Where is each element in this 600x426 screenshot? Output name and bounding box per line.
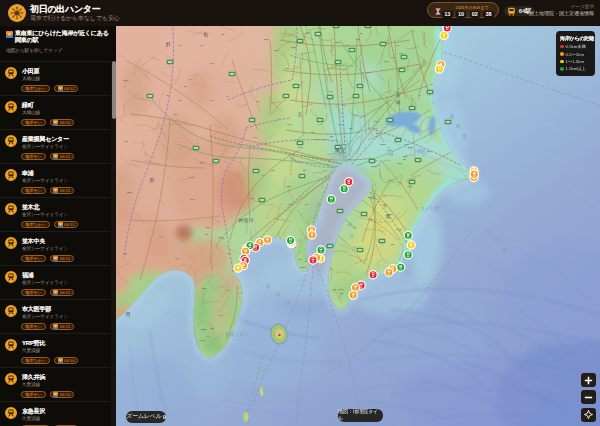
svg-text:茨: 茨 [396,91,401,97]
svg-text:岡: 岡 [126,311,131,317]
svg-text:玉: 玉 [298,111,303,117]
svg-text:相: 相 [266,284,271,289]
svg-text:京: 京 [350,234,355,239]
svg-text:湾: 湾 [286,300,291,305]
svg-text:洋: 洋 [502,248,507,253]
svg-text:太: 太 [486,228,491,233]
svg-text:島: 島 [456,124,461,129]
svg-text:梨: 梨 [150,177,155,183]
svg-text:相模トラフ: 相模トラフ [225,332,249,337]
svg-text:湾: 湾 [352,246,357,251]
svg-text:葉: 葉 [386,213,391,219]
svg-text:九十九里: 九十九里 [421,206,440,211]
svg-text:東京: 東京 [335,147,345,153]
svg-text:灘: 灘 [462,133,467,139]
svg-text:城: 城 [395,99,401,105]
svg-text:栃: 栃 [204,31,209,38]
svg-text:千: 千 [383,203,388,209]
svg-text:平: 平 [494,237,499,243]
svg-text:群: 群 [166,41,171,47]
svg-text:東: 東 [348,222,353,227]
svg-text:神奈川: 神奈川 [239,217,254,224]
svg-text:模: 模 [275,292,281,297]
